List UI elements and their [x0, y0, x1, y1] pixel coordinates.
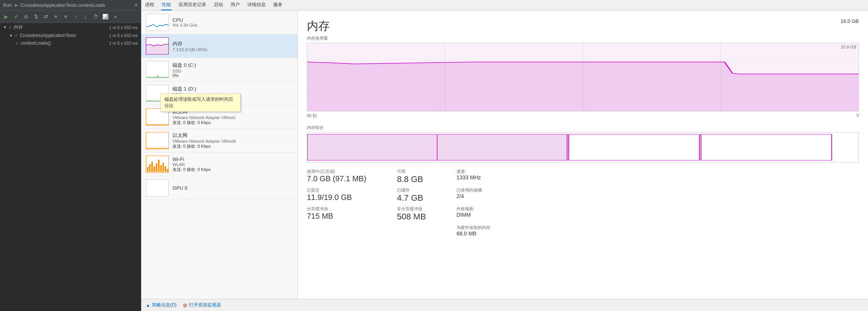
results-suite-time: 1 m 5 s 532 ms: [109, 33, 138, 38]
svg-rect-3: [152, 162, 153, 172]
more-button[interactable]: »: [111, 12, 120, 21]
stat-placeholder2: [397, 225, 450, 237]
pass-icon-3: ✓: [15, 40, 19, 46]
paged-value: 715 MB: [307, 212, 391, 221]
tab-startup[interactable]: 启动: [213, 0, 224, 10]
stat-placeholder: [307, 225, 391, 237]
tab-process[interactable]: 进程: [144, 0, 155, 10]
results-test-label: contextLoads(): [21, 40, 109, 46]
list-item-memory[interactable]: 内存 7.1/15.9 GB (45%): [141, 34, 297, 58]
list-item-wifi[interactable]: Wi-Fi WLAN 发送: 0 接收: 0 Kbps: [141, 153, 297, 176]
chart-time-left: 60 秒: [307, 113, 317, 119]
cached-value: 4.7 GB: [397, 193, 450, 203]
disk1-name: 磁盘 1 (D:): [173, 85, 293, 92]
wifi-sub: WLAN: [173, 162, 293, 167]
chart-button[interactable]: 📊: [101, 12, 110, 21]
tab-apphistory[interactable]: 应用历史记录: [178, 0, 207, 10]
results-suite-item[interactable]: ▼ ✓ CrossdressApplicationTests 1 m 5 s 5…: [0, 32, 141, 39]
speed-value: 1333 MHz: [457, 174, 525, 180]
reserved-label: 为硬件保留的内存:: [457, 225, 525, 230]
list-item-disk0[interactable]: 磁盘 0 (C:) SSD 0%: [141, 58, 297, 82]
gpu-mini-graph: [146, 179, 169, 197]
svg-rect-4: [153, 166, 155, 172]
tab-details[interactable]: 详细信息: [247, 0, 266, 10]
gpu-name: GPU 0: [173, 185, 293, 191]
disk-tooltip: 磁盘处理读取或写入请求的时间百分比: [160, 93, 240, 112]
nonpaged-value: 508 MB: [397, 212, 450, 222]
form-label: 外形规格:: [457, 206, 525, 212]
tm-list: CPU 4% 3.39 GHz 内存 7.1/15.9 GB (45%): [141, 11, 298, 299]
detail-title: 内存: [307, 18, 330, 34]
monitor-label: 打开资源监视器: [189, 302, 221, 308]
combo-label: 内存组合: [307, 125, 859, 131]
net2-val: 发送: 0 接收: 0 Kbps: [173, 143, 293, 149]
detail-header: 内存 16.0 GB: [307, 18, 859, 34]
svg-rect-20: [701, 134, 831, 160]
stop-button[interactable]: ⊘: [21, 12, 31, 21]
cached-label: 已缓存: [397, 187, 450, 193]
run-label: Run:: [3, 3, 13, 8]
filter2-button[interactable]: ≡: [61, 12, 70, 21]
tm-content: CPU 4% 3.39 GHz 内存 7.1/15.9 GB (45%): [141, 11, 868, 299]
chart-time-right: 0: [857, 113, 859, 119]
tab-performance[interactable]: 性能: [161, 0, 172, 10]
results-suite-label: CrossdressApplicationTests: [20, 33, 109, 38]
task-manager-panel: 进程 性能 应用历史记录 启动 用户 详细信息 服务 CPU 4% 3.39 G…: [141, 0, 868, 311]
results-area: ▼ ✓ 内存 1 m 5 s 532 ms ▼ ✓ CrossdressAppl…: [0, 23, 141, 311]
wifi-mini-graph: [146, 156, 169, 173]
toolbar: ▶ ✓ ⊘ ⇅ ⇄ ≡ ≡ ↑ ↓ ⏱ 📊 »: [0, 11, 141, 23]
sort2-button[interactable]: ⇄: [41, 12, 50, 21]
mem-mini-graph: [146, 37, 169, 55]
list-item-gpu[interactable]: GPU 0: [141, 176, 297, 200]
pass-icon-2: ✓: [15, 33, 18, 38]
sort-button[interactable]: ⇅: [31, 12, 40, 21]
cpu-info: CPU 4% 3.39 GHz: [173, 17, 293, 27]
filter-button[interactable]: ≡: [51, 12, 60, 21]
committed-value: 11.9/19.0 GB: [307, 193, 391, 202]
stat-inuse: 使用中(已压缩) 7.0 GB (97.1 MB): [307, 169, 391, 184]
close-icon[interactable]: ✕: [134, 3, 138, 8]
cpu-sub: 4% 3.39 GHz: [173, 23, 293, 27]
down-button[interactable]: ↓: [81, 12, 90, 21]
slots-value: 2/4: [457, 193, 525, 199]
monitor-button[interactable]: ⊘ 打开资源监视器: [183, 302, 221, 308]
disk0-name: 磁盘 0 (C:): [173, 62, 293, 69]
stat-available: 可用 8.8 GB: [397, 169, 450, 184]
triangle-icon: ▲: [146, 303, 150, 308]
disk0-val: 0%: [173, 73, 293, 78]
stat-slots: 已使用的插槽: 2/4: [457, 187, 525, 203]
list-item-disk1[interactable]: 磁盘 1 (D:) HDD 0% 磁盘处理读取或写入请求的时间百分比: [141, 82, 297, 105]
svg-rect-10: [167, 169, 168, 172]
results-root-item[interactable]: ▼ ✓ 内存 1 m 5 s 532 ms: [0, 23, 141, 32]
tab-services[interactable]: 服务: [273, 0, 283, 10]
disk0-sub: SSD: [173, 69, 293, 73]
run-indicator: ▶: [15, 3, 18, 8]
slots-label: 已使用的插槽:: [457, 187, 525, 193]
run-button[interactable]: ▶: [2, 12, 11, 21]
check-button[interactable]: ✓: [11, 12, 21, 21]
up-button[interactable]: ↑: [71, 12, 80, 21]
summary-button[interactable]: ▲ 简略信息(D): [146, 302, 177, 308]
results-test-time: 1 m 5 s 532 ms: [109, 41, 138, 45]
summary-label: 简略信息(D): [152, 302, 177, 308]
disk0-info: 磁盘 0 (C:) SSD 0%: [173, 62, 293, 78]
cpu-mini-graph: [146, 14, 169, 31]
list-item-net2[interactable]: 以太网 VMware Network Adapter VMnet8 发送: 0 …: [141, 129, 297, 153]
time-button[interactable]: ⏱: [91, 12, 100, 21]
nonpaged-label: 非分页缓冲池: [397, 206, 450, 212]
svg-rect-1: [147, 167, 148, 172]
run-bar: Run: ▶ CrossdressApplicationTests.contex…: [0, 0, 141, 11]
results-test-item[interactable]: ✓ contextLoads() 1 m 5 s 532 ms: [0, 39, 141, 47]
list-item-cpu[interactable]: CPU 4% 3.39 GHz: [141, 11, 297, 34]
expand-icon-2: ▼: [9, 34, 13, 38]
tab-users[interactable]: 用户: [230, 0, 240, 10]
pass-icon: ✓: [8, 25, 12, 30]
expand-icon: ▼: [3, 25, 7, 29]
net1-val: 发送: 0 接收: 0 Kbps: [173, 120, 293, 126]
tm-tabs: 进程 性能 应用历史记录 启动 用户 详细信息 服务: [141, 0, 868, 11]
svg-marker-17: [307, 62, 858, 111]
memory-chart: 15.9 GB: [307, 43, 859, 111]
svg-rect-8: [163, 163, 164, 172]
inuse-label: 使用中(已压缩): [307, 169, 391, 174]
stat-empty3: [531, 206, 859, 222]
